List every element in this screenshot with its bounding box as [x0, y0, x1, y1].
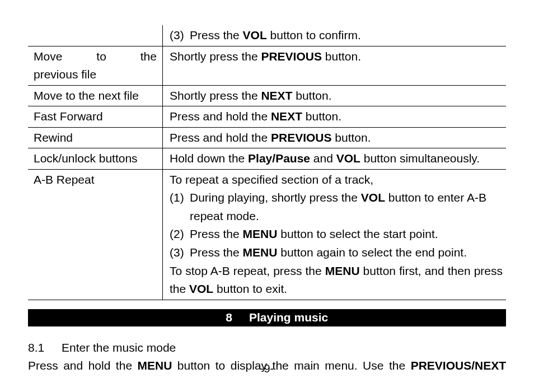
cell-text: Press and hold the PREVIOUS button. — [170, 131, 371, 144]
cell-text: Rewind — [34, 131, 73, 144]
word: to — [96, 48, 106, 66]
list-number: (3) — [170, 26, 190, 45]
cell-left: Rewind — [28, 127, 163, 148]
word: the — [140, 48, 157, 66]
page-number: -9- — [0, 362, 534, 375]
cell-text: Shortly press the NEXT button. — [170, 89, 331, 102]
cell-text: A-B Repeat — [34, 173, 95, 186]
cell-text: Shortly press the PREVIOUS button. — [170, 50, 361, 63]
cell-right: (3) Press the VOL button to confirm. — [163, 25, 507, 46]
list-number: (1) — [170, 189, 190, 225]
table-row: A-B Repeat To repeat a specified section… — [28, 169, 506, 300]
table-row: Lock/unlock buttons Hold down the Play/P… — [28, 148, 506, 170]
cell-left: Move to the previous file — [28, 46, 163, 85]
subsection-number: 8.1 — [28, 339, 62, 357]
cell-right: Hold down the Play/Pause and VOL button … — [163, 148, 507, 170]
cell-text: Press the MENU button again to select th… — [190, 244, 503, 262]
table-row: Move to the previous file Shortly press … — [28, 46, 506, 85]
list-number: (2) — [170, 225, 190, 244]
table-row: Rewind Press and hold the PREVIOUS butto… — [28, 127, 506, 148]
operations-table: (3) Press the VOL button to confirm. Mov… — [28, 25, 506, 300]
subsection-heading: 8.1Enter the music mode — [28, 339, 506, 357]
cell-left: A-B Repeat — [28, 169, 163, 300]
table-row: Move to the next file Shortly press the … — [28, 85, 506, 106]
cell-text: Press and hold the NEXT button. — [170, 110, 341, 123]
cell-text: Press the VOL button to confirm. — [190, 26, 503, 45]
cell-left: Lock/unlock buttons — [28, 148, 163, 170]
subsection-title: Enter the music mode — [62, 341, 176, 354]
cell-text: Lock/unlock buttons — [34, 152, 138, 165]
list-number: (3) — [170, 244, 190, 262]
cell-text: To stop A-B repeat, press the MENU butto… — [170, 262, 503, 298]
cell-right: Press and hold the PREVIOUS button. — [163, 127, 507, 148]
cell-right: Shortly press the NEXT button. — [163, 85, 507, 106]
cell-right: To repeat a specified section of a track… — [163, 169, 507, 300]
cell-text: previous file — [34, 68, 96, 81]
cell-right: Shortly press the PREVIOUS button. — [163, 46, 507, 85]
section-number: 8 — [216, 311, 232, 324]
cell-left: Fast Forward — [28, 106, 163, 128]
cell-left: Move to the next file — [28, 85, 163, 106]
section-title: Playing music — [249, 311, 328, 324]
cell-text: Fast Forward — [34, 110, 103, 123]
page: (3) Press the VOL button to confirm. Mov… — [0, 0, 534, 392]
section-heading: 8Playing music — [28, 309, 506, 326]
cell-text: To repeat a specified section of a track… — [170, 171, 503, 189]
cell-text: Press the MENU button to select the star… — [190, 225, 503, 244]
table-row: (3) Press the VOL button to confirm. — [28, 25, 506, 46]
cell-text: Move to the next file — [34, 89, 139, 102]
cell-text: Hold down the Play/Pause and VOL button … — [170, 152, 480, 165]
table-row: Fast Forward Press and hold the NEXT but… — [28, 106, 506, 128]
word: Move — [34, 48, 62, 66]
cell-text: During playing, shortly press the VOL bu… — [190, 189, 503, 225]
cell-right: Press and hold the NEXT button. — [163, 106, 507, 128]
cell-left — [28, 25, 163, 46]
